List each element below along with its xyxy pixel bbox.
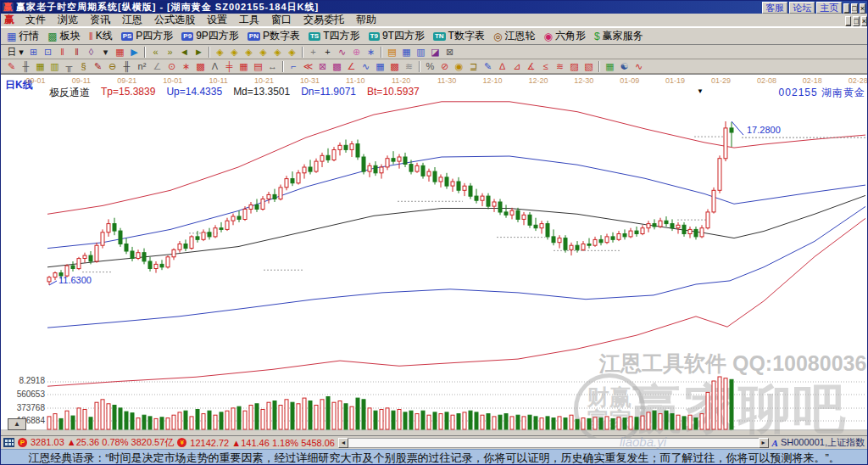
chart-tool-icon-16[interactable]: ◈	[227, 46, 242, 59]
titlebar-link-论坛[interactable]: 论坛	[789, 2, 815, 14]
menu-帮助[interactable]: 帮助	[350, 13, 382, 27]
chart-tool-icon-8[interactable]: ▶	[127, 46, 142, 59]
close-icon[interactable]: ×	[860, 3, 865, 14]
chart-tool-icon-30[interactable]: ▥	[414, 46, 428, 59]
toolbar-p-table[interactable]: PNP数字表	[245, 28, 304, 44]
menu-公式选股[interactable]: 公式选股	[148, 13, 201, 27]
gann-tool-icon-43[interactable]: ▦	[603, 60, 617, 73]
toolbar-winner-service[interactable]: $赢家服务	[592, 28, 648, 44]
chart-tool-icon-11[interactable]: »	[163, 46, 177, 59]
chart-tool-icon-23[interactable]: +	[320, 46, 335, 59]
gann-tool-icon-10[interactable]: ∠	[150, 60, 164, 73]
gann-tool-icon-0[interactable]: ✎	[4, 60, 19, 73]
chart-tool-icon-26[interactable]: ∗	[364, 46, 378, 59]
gann-tool-icon-21[interactable]: ≪	[301, 60, 315, 73]
chart-tool-icon-1[interactable]: ⊞	[26, 46, 41, 59]
toolbar-p-square[interactable]: PSP四方形	[119, 28, 178, 44]
chart-tool-icon-25[interactable]: ⊕	[349, 46, 364, 59]
menu-江恩[interactable]: 江恩	[116, 13, 148, 27]
menu-文件[interactable]: 文件	[19, 13, 52, 27]
quote-scrollbar[interactable]: ◂ ▸	[338, 438, 769, 448]
gann-tool-icon-27[interactable]: ▩	[387, 60, 402, 73]
chart-tool-icon-19[interactable]: ◈	[270, 46, 285, 59]
gann-tool-icon-8[interactable]: ╫	[120, 60, 134, 73]
gann-tool-icon-34[interactable]: ✎	[481, 60, 495, 73]
toolbar-quotes[interactable]: ▦行情	[4, 28, 43, 44]
gann-tool-icon-7[interactable]: ⊖	[105, 60, 120, 73]
gann-tool-icon-41[interactable]: ▧	[581, 60, 596, 73]
gann-tool-icon-33[interactable]: ⊒	[466, 60, 481, 73]
gann-tool-icon-6[interactable]: ✎	[91, 60, 105, 73]
gann-tool-icon-26[interactable]: ▦	[373, 60, 387, 73]
chart-tool-icon-28[interactable]: ▤	[385, 46, 399, 59]
chart-tool-icon-20[interactable]: ◈	[285, 46, 299, 59]
gann-tool-icon-1[interactable]: ╫	[19, 60, 33, 73]
gann-tool-icon-23[interactable]: ▩	[330, 60, 344, 73]
titlebar-link-主页[interactable]: 主页	[816, 2, 842, 14]
chart-tool-icon-3[interactable]: ‖	[55, 46, 70, 59]
pane-toggle-button[interactable]: ▲	[8, 418, 26, 430]
gann-tool-icon-24[interactable]: ∠	[344, 60, 359, 73]
chart-tool-icon-12[interactable]: ◄	[177, 46, 192, 59]
chart-tool-icon-24[interactable]: ∿	[335, 46, 349, 59]
candlestick-chart[interactable]	[1, 75, 868, 431]
minimize-icon[interactable]: _	[843, 3, 849, 14]
gann-tool-icon-18[interactable]: ↔	[265, 60, 280, 73]
gann-tool-icon-30[interactable]: %	[423, 60, 437, 73]
menu-窗口[interactable]: 窗口	[265, 13, 298, 27]
toolbar-t-table[interactable]: TNT数字表	[431, 28, 489, 44]
toolbar-t-square[interactable]: TST四方形	[306, 28, 364, 44]
chart-tool-icon-29[interactable]: ▦	[399, 46, 414, 59]
toolbar-9t-square[interactable]: T99T四方形	[366, 28, 429, 44]
chart-tool-icon-7[interactable]: ▦	[113, 46, 127, 59]
quote-table-icon[interactable]	[3, 438, 14, 447]
scroll-track[interactable]	[348, 438, 759, 448]
gann-tool-icon-44[interactable]: ☯	[617, 60, 632, 73]
toolbar-hexagon[interactable]: ◉六角形	[541, 28, 589, 44]
sh-index-quote[interactable]: 3281.03 ▲25.36 0.78% 3820.57亿	[31, 436, 174, 449]
menu-交易委托[interactable]: 交易委托	[298, 13, 350, 27]
toolbar-sectors[interactable]: ▩板块	[45, 28, 84, 44]
gann-tool-icon-25[interactable]: ∿	[359, 60, 373, 73]
gann-tool-icon-37[interactable]: ∡	[524, 60, 538, 73]
gann-tool-icon-32[interactable]: ◉	[452, 60, 466, 73]
toolbar-gann-wheel[interactable]: ◎江恩轮	[491, 28, 539, 44]
gann-tool-icon-4[interactable]: ╥	[62, 60, 76, 73]
gann-tool-icon-14[interactable]: Λ	[208, 60, 222, 73]
chart-tool-icon-18[interactable]: ◈	[256, 46, 270, 59]
restore-icon[interactable]: □	[851, 3, 857, 14]
gann-tool-icon-5[interactable]: §	[76, 60, 91, 73]
gann-tool-icon-17[interactable]: ▤	[251, 60, 265, 73]
gann-tool-icon-31[interactable]: ⊘	[437, 60, 452, 73]
chart-tool-icon-10[interactable]: «	[148, 46, 163, 59]
chart-tool-icon-13[interactable]: ►	[192, 46, 206, 59]
gann-tool-icon-45[interactable]: ∿	[632, 60, 646, 73]
current-index-label[interactable]: A SH000001,上证指数	[772, 436, 865, 449]
gann-tool-icon-11[interactable]: ⊙	[164, 60, 179, 73]
menu-资讯[interactable]: 资讯	[84, 13, 116, 27]
chart-tool-icon-17[interactable]: ◈	[242, 46, 256, 59]
gann-tool-icon-39[interactable]: ≋	[553, 60, 567, 73]
chart-tool-icon-5[interactable]: ◊	[84, 46, 98, 59]
chart-tool-icon-31[interactable]: ◪	[428, 46, 442, 59]
chart-tool-icon-0[interactable]: 日 ▾	[4, 46, 26, 59]
gann-tool-icon-16[interactable]: ▦	[236, 60, 251, 73]
chart-tool-icon-32[interactable]: ⊠	[442, 46, 457, 59]
gann-tool-icon-28[interactable]: ≋	[402, 60, 416, 73]
menu-工具[interactable]: 工具	[233, 13, 265, 27]
scroll-right-icon[interactable]: ▸	[759, 438, 769, 448]
sz-index-quote[interactable]: 12142.72 ▲141.46 1.18% 5458.06	[190, 438, 335, 448]
chart-tool-icon-15[interactable]: ◈	[213, 46, 227, 59]
gann-tool-icon-13[interactable]: ▩	[193, 60, 208, 73]
gann-tool-icon-3[interactable]: ▥	[47, 60, 62, 73]
gann-tool-icon-9[interactable]: n²	[134, 60, 150, 73]
gann-tool-icon-2[interactable]: ▦	[33, 60, 47, 73]
menu-设置[interactable]: 设置	[201, 13, 233, 27]
chart-area[interactable]: 日K线 09-0109-1109-2110-0110-1110-2110-311…	[1, 74, 868, 430]
scroll-left-icon[interactable]: ◂	[338, 438, 348, 448]
child-minimize-icon[interactable]: _	[845, 16, 851, 26]
chart-tool-icon-22[interactable]: +	[306, 46, 320, 59]
gann-tool-icon-36[interactable]: ⊿	[509, 60, 524, 73]
gann-tool-icon-20[interactable]: ⌐	[287, 60, 301, 73]
titlebar-link-客服[interactable]: 客服	[762, 2, 787, 14]
